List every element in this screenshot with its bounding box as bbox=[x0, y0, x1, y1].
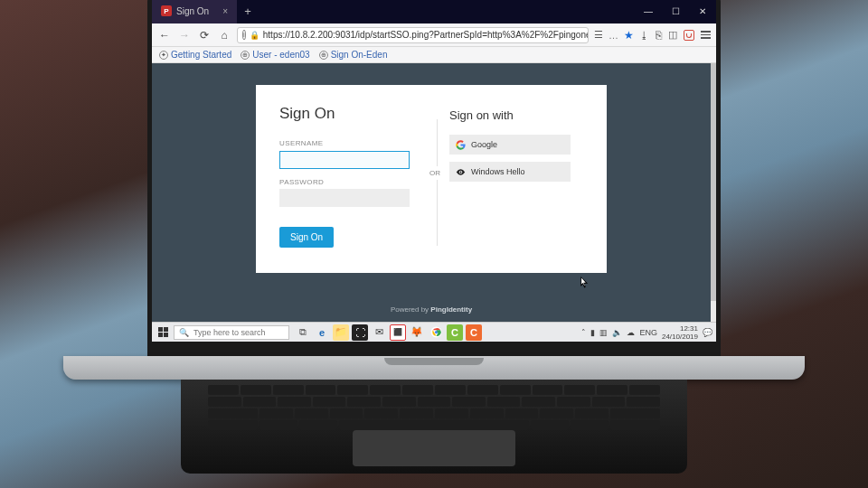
nav-home-icon[interactable]: ⌂ bbox=[217, 28, 231, 42]
address-bar: ← → ⟳ ⌂ i 🔒 https://10.8.2.200:9031/idp/… bbox=[152, 23, 716, 47]
nav-forward-icon[interactable]: → bbox=[177, 28, 192, 42]
tray-clock[interactable]: 12:31 24/10/2019 bbox=[662, 324, 698, 341]
bookmark-getting-started[interactable]: ✦ Getting Started bbox=[159, 50, 231, 60]
idp-google-button[interactable]: Google bbox=[449, 135, 571, 155]
taskbar-app-explorer[interactable]: 📁 bbox=[333, 324, 349, 341]
tracking-shield-icon[interactable]: … bbox=[609, 30, 618, 41]
window-minimize-icon[interactable]: — bbox=[635, 0, 662, 23]
page-title: Sign On bbox=[279, 105, 431, 123]
signon-button[interactable]: Sign On bbox=[279, 227, 334, 248]
powered-by: Powered by PingIdentity bbox=[152, 305, 711, 314]
bookmark-label: Getting Started bbox=[171, 50, 231, 60]
mouse-cursor-icon bbox=[580, 277, 590, 289]
username-label: USERNAME bbox=[279, 139, 431, 147]
search-icon: 🔍 bbox=[179, 328, 189, 337]
pocket-icon[interactable] bbox=[684, 30, 694, 41]
idp-label: Windows Hello bbox=[471, 167, 525, 176]
scrollbar-thumb[interactable] bbox=[711, 63, 716, 301]
url-text: https://10.8.2.200:9031/idp/startSSO.pin… bbox=[263, 30, 589, 40]
password-label: PASSWORD bbox=[279, 178, 431, 186]
password-input[interactable] bbox=[279, 189, 410, 207]
taskbar-app-pinned[interactable]: ⬛ bbox=[390, 324, 406, 341]
new-tab-button[interactable]: + bbox=[238, 0, 258, 23]
taskbar-app-firefox[interactable]: 🦊 bbox=[409, 324, 425, 341]
or-label: OR bbox=[429, 166, 440, 180]
tray-onedrive-icon[interactable]: ☁ bbox=[627, 328, 635, 337]
eye-icon bbox=[456, 167, 466, 177]
window-maximize-icon[interactable]: ☐ bbox=[662, 0, 689, 23]
scrollbar[interactable] bbox=[711, 63, 716, 322]
download-icon[interactable]: ⭳ bbox=[639, 30, 649, 41]
google-icon bbox=[456, 140, 466, 150]
search-placeholder: Type here to search bbox=[193, 328, 266, 337]
bookmark-icon: ⊕ bbox=[319, 51, 328, 60]
page-viewport: OR Sign On USERNAME PASSWORD Sign On Sig… bbox=[152, 63, 711, 322]
bookmarks-toolbar: ✦ Getting Started ⊕ User - eden03 ⊕ Sign… bbox=[152, 47, 716, 63]
nav-back-icon[interactable]: ← bbox=[157, 28, 172, 42]
taskbar-app-chrome[interactable] bbox=[428, 324, 444, 341]
window-titlebar: P Sign On × + — ☐ ✕ bbox=[152, 0, 716, 23]
tray-network-icon[interactable]: ▥ bbox=[599, 328, 608, 337]
nav-reload-icon[interactable]: ⟳ bbox=[197, 28, 212, 42]
bookmark-label: Sign On-Eden bbox=[331, 50, 388, 60]
library-icon[interactable]: ⎘ bbox=[656, 29, 662, 42]
system-tray: ˄ ▮ ▥ 🔈 ☁ ENG 12:31 24/10/2019 💬 bbox=[578, 324, 716, 341]
bookmark-signon[interactable]: ⊕ Sign On-Eden bbox=[319, 50, 388, 60]
site-info-icon[interactable]: i bbox=[242, 30, 246, 40]
window-close-icon[interactable]: ✕ bbox=[689, 0, 716, 23]
bookmark-star-icon[interactable]: ★ bbox=[624, 29, 634, 42]
taskbar-search-input[interactable]: 🔍 Type here to search bbox=[174, 325, 289, 340]
tray-notifications-icon[interactable]: 💬 bbox=[703, 328, 712, 337]
taskbar-app-store[interactable]: ⛶ bbox=[352, 324, 368, 341]
taskbar: 🔍 Type here to search ⧉ e 📁 ⛶ ✉ ⬛ 🦊 C C bbox=[152, 322, 716, 342]
tray-chevron-icon[interactable]: ˄ bbox=[581, 328, 586, 337]
bookmark-icon: ⊕ bbox=[241, 51, 250, 60]
username-input[interactable] bbox=[279, 151, 410, 169]
tray-language[interactable]: ENG bbox=[639, 328, 657, 337]
divider bbox=[437, 119, 438, 246]
sidebar-toggle-icon[interactable]: ◫ bbox=[668, 29, 677, 41]
taskbar-app-edge[interactable]: e bbox=[314, 324, 330, 341]
lock-icon: 🔒 bbox=[250, 31, 259, 40]
windows-logo-icon bbox=[158, 327, 168, 337]
menu-hamburger-icon[interactable] bbox=[701, 31, 711, 39]
tab-favicon: P bbox=[161, 5, 172, 16]
signon-card: OR Sign On USERNAME PASSWORD Sign On Sig… bbox=[256, 85, 607, 273]
taskbar-app-mail[interactable]: ✉ bbox=[371, 324, 387, 341]
tab-close-icon[interactable]: × bbox=[222, 6, 228, 16]
tab-title: Sign On bbox=[176, 6, 209, 16]
idp-label: Google bbox=[471, 140, 497, 149]
signon-with-heading: Sign on with bbox=[449, 108, 583, 122]
bookmark-user[interactable]: ⊕ User - eden03 bbox=[241, 50, 309, 60]
tray-icon[interactable]: ▮ bbox=[590, 328, 595, 337]
reader-view-icon[interactable]: ☰ bbox=[594, 29, 603, 41]
bookmark-label: User - eden03 bbox=[252, 50, 309, 60]
taskbar-app-green[interactable]: C bbox=[447, 324, 463, 341]
bookmark-icon: ✦ bbox=[159, 51, 168, 60]
taskbar-app-orange[interactable]: C bbox=[466, 324, 482, 341]
task-view-icon[interactable]: ⧉ bbox=[295, 324, 311, 341]
browser-tab[interactable]: P Sign On × bbox=[152, 0, 238, 23]
url-input[interactable]: i 🔒 https://10.8.2.200:9031/idp/startSSO… bbox=[237, 27, 589, 43]
idp-windows-hello-button[interactable]: Windows Hello bbox=[449, 162, 571, 182]
tray-volume-icon[interactable]: 🔈 bbox=[612, 328, 622, 337]
start-button[interactable] bbox=[152, 323, 174, 342]
